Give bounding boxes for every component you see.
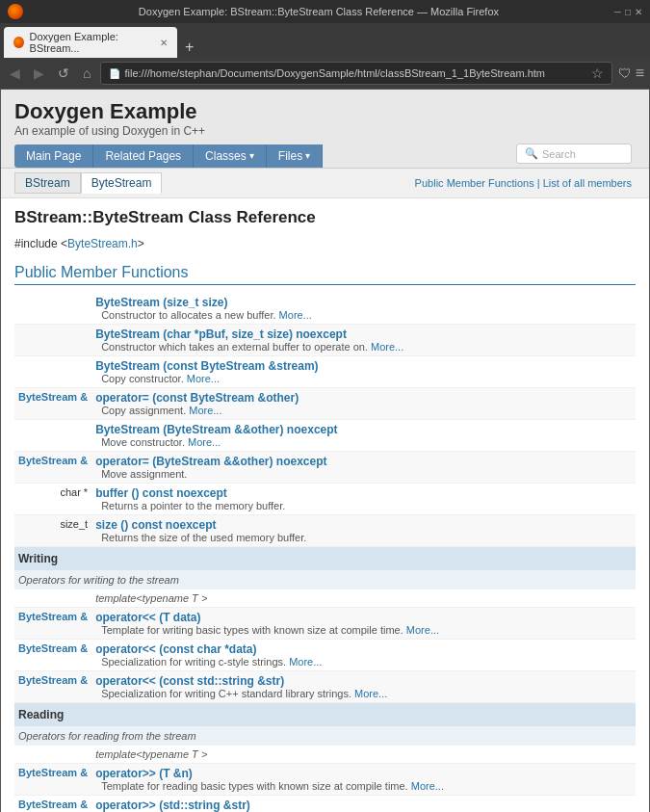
writing-section-desc: Operators for writing to the stream <box>14 571 636 589</box>
more-link[interactable]: More... <box>279 309 312 321</box>
member-table: ByteStream (size_t size) Constructor to … <box>14 293 636 812</box>
func-cell: operator>> (T &n) Template for reading b… <box>91 764 636 796</box>
func-link[interactable]: operator<< (const char *data) <box>95 642 256 656</box>
minimize-btn[interactable]: ─ <box>614 7 621 17</box>
func-link[interactable]: operator<< (T data) <box>95 611 200 624</box>
func-link[interactable]: ByteStream (char *pBuf, size_t size) noe… <box>95 327 347 341</box>
nav-classes[interactable]: Classes ▾ <box>194 144 267 168</box>
page-content: Doxygen Example An example of using Doxy… <box>0 89 650 812</box>
home-button[interactable]: ⌂ <box>79 64 94 83</box>
table-row: ByteStream (const ByteStream &stream) Co… <box>14 356 636 388</box>
more-link[interactable]: More... <box>371 341 403 353</box>
lock-icon: 📄 <box>109 68 120 79</box>
title-bar: Doxygen Example: BStream::ByteStream Cla… <box>0 0 650 23</box>
table-row: ByteStream & operator<< (const std::stri… <box>14 671 636 703</box>
func-cell: operator= (ByteStream &&other) noexcept … <box>91 452 636 484</box>
func-link[interactable]: operator= (ByteStream &&other) noexcept <box>95 455 326 468</box>
close-btn[interactable]: ✕ <box>635 7 642 17</box>
more-link[interactable]: More... <box>289 656 322 668</box>
maximize-btn[interactable]: □ <box>625 7 631 17</box>
writing-header-cell: Writing <box>14 547 636 571</box>
func-cell: operator>> (std::string &str) Specializa… <box>91 796 636 813</box>
table-row: ByteStream (size_t size) Constructor to … <box>14 293 636 325</box>
shield-icon[interactable]: 🛡 <box>618 65 632 81</box>
func-cell: operator= (const ByteStream &other) Copy… <box>91 388 636 420</box>
return-type-cell: char * <box>14 484 91 515</box>
tab-bar: Doxygen Example: BStream... ✕ + <box>0 23 650 58</box>
func-desc: Template for reading basic types with kn… <box>95 780 632 792</box>
address-text: file:///home/stephan/Documents/DoxygenSa… <box>124 67 586 79</box>
func-link[interactable]: size () const noexcept <box>95 518 216 532</box>
return-type-cell <box>14 325 91 356</box>
back-button[interactable]: ◀ <box>6 64 24 83</box>
reload-button[interactable]: ↺ <box>54 64 73 83</box>
breadcrumb-bytestream[interactable]: ByteStream <box>81 172 163 194</box>
include-line: #include <ByteStream.h> <box>14 237 636 250</box>
main-content: BStream::ByteStream Class Reference #inc… <box>1 198 649 812</box>
return-type-cell: ByteStream & <box>14 388 91 420</box>
quick-link-public-members[interactable]: Public Member Functions | List of all me… <box>415 177 632 189</box>
writing-desc-cell: Operators for writing to the stream <box>14 571 636 589</box>
active-tab[interactable]: Doxygen Example: BStream... ✕ <box>4 27 177 58</box>
address-bar[interactable]: 📄 file:///home/stephan/Documents/Doxygen… <box>100 62 611 85</box>
func-cell: operator<< (const char *data) Specializa… <box>91 640 636 671</box>
func-link[interactable]: ByteStream (size_t size) <box>95 296 227 309</box>
table-row: ByteStream (ByteStream &&other) noexcept… <box>14 420 636 452</box>
func-cell: size () const noexcept Returns the size … <box>91 515 636 547</box>
nav-files[interactable]: Files ▾ <box>267 144 323 168</box>
tab-icon <box>13 37 24 48</box>
nav-related-pages-label: Related Pages <box>105 149 181 163</box>
reading-section-header: Reading <box>14 703 636 727</box>
more-link[interactable]: More... <box>354 688 387 699</box>
func-link[interactable]: ByteStream (const ByteStream &stream) <box>95 359 318 373</box>
func-link[interactable]: operator>> (T &n) <box>95 767 193 780</box>
nav-right-controls: 🛡 ≡ <box>618 65 644 82</box>
nav-main-page[interactable]: Main Page <box>14 144 93 168</box>
func-desc: Specialization for writing C++ standard … <box>95 688 632 699</box>
return-type-cell: ByteStream & <box>14 764 91 796</box>
func-link[interactable]: operator= (const ByteStream &other) <box>95 391 299 405</box>
table-row: template<typename T > <box>14 589 636 608</box>
include-link[interactable]: ByteStream.h <box>67 237 138 250</box>
func-link[interactable]: ByteStream (ByteStream &&other) noexcept <box>95 423 337 436</box>
table-row: template<typename T > <box>14 746 636 764</box>
func-cell: template<typename T > <box>91 746 636 764</box>
func-link[interactable]: buffer () const noexcept <box>95 486 227 500</box>
more-link[interactable]: More... <box>188 436 221 448</box>
section-public-members-title: Public Member Functions <box>14 264 636 285</box>
new-tab-button[interactable]: + <box>179 37 199 58</box>
menu-icon[interactable]: ≡ <box>636 65 644 82</box>
nav-files-label: Files <box>278 149 302 163</box>
table-row: char * buffer () const noexcept Returns … <box>14 484 636 515</box>
return-type-cell <box>14 293 91 325</box>
breadcrumb-bstream[interactable]: BStream <box>14 172 81 194</box>
func-cell: operator<< (T data) Template for writing… <box>91 608 636 640</box>
forward-button[interactable]: ▶ <box>30 64 48 83</box>
tab-close-btn[interactable]: ✕ <box>160 38 168 48</box>
more-link[interactable]: More... <box>187 373 220 384</box>
search-icon: 🔍 <box>525 147 538 160</box>
nav-classes-label: Classes <box>205 149 247 163</box>
writing-section-header: Writing <box>14 547 636 571</box>
search-placeholder: Search <box>542 148 576 160</box>
func-desc: Move assignment. <box>95 468 632 480</box>
more-link[interactable]: More... <box>189 405 221 416</box>
more-link[interactable]: More... <box>411 780 444 792</box>
window-controls[interactable]: ─ □ ✕ <box>614 7 642 17</box>
nav-bar: ◀ ▶ ↺ ⌂ 📄 file:///home/stephan/Documents… <box>0 58 650 89</box>
func-link[interactable]: operator<< (const std::string &str) <box>95 674 284 688</box>
func-link[interactable]: operator>> (std::string &str) <box>95 799 250 812</box>
reading-header-cell: Reading <box>14 703 636 727</box>
func-cell: template<typename T > <box>91 589 636 608</box>
template-line: template<typename T > <box>95 748 632 760</box>
reading-section-desc: Operators for reading from the stream <box>14 727 636 746</box>
func-cell: ByteStream (const ByteStream &stream) Co… <box>91 356 636 388</box>
nav-related-pages[interactable]: Related Pages <box>93 144 194 168</box>
search-box[interactable]: 🔍 Search <box>516 144 632 164</box>
func-desc: Constructor to allocates a new buffer. M… <box>95 309 632 321</box>
table-row: ByteStream & operator<< (const char *dat… <box>14 640 636 671</box>
return-type-cell <box>14 420 91 452</box>
func-cell: ByteStream (char *pBuf, size_t size) noe… <box>91 325 636 356</box>
more-link[interactable]: More... <box>406 624 439 636</box>
bookmark-star-icon[interactable]: ☆ <box>591 65 604 81</box>
